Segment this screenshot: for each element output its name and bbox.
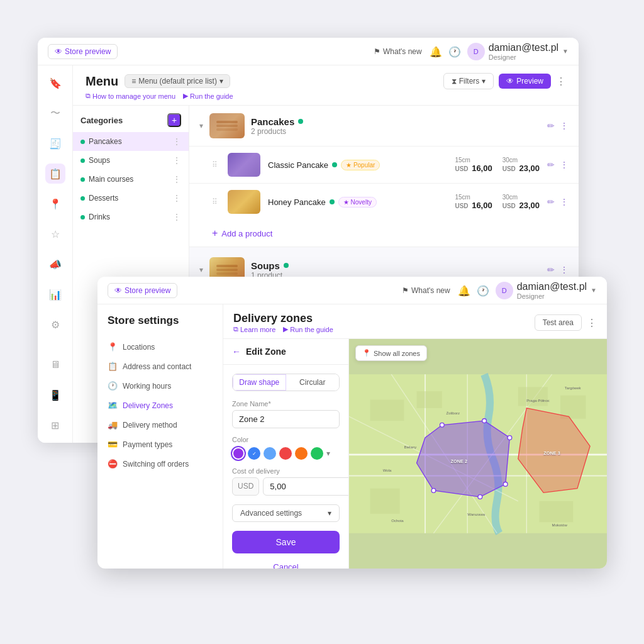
color-green[interactable] [311,447,323,460]
color-red[interactable] [279,447,292,460]
sidebar-icon-bookmark[interactable]: 🔖 [45,73,65,93]
guide-link[interactable]: ▶ Run the guide [183,92,233,100]
contact-icon: 📋 [108,362,118,371]
sidebar-icon-analytics[interactable]: 〜 [45,103,65,123]
edit-product-icon[interactable]: ✏ [547,197,555,207]
show-all-zones-button[interactable]: 📍 Show all zones [355,345,427,361]
sidebar-icon-star[interactable]: ☆ [45,224,65,244]
manage-link[interactable]: ⧉ How to manage your menu [86,92,175,100]
svg-point-18 [508,436,512,440]
color-purple[interactable] [232,447,245,460]
delivery-window: 👁 Store preview ⚑ What's new 🔔 🕐 D damia… [97,277,607,569]
save-button[interactable]: Save [232,531,340,553]
add-product-button[interactable]: + Add a product [189,220,579,247]
sidebar-icon-monitor[interactable]: 🖥 [45,355,65,375]
menu-title-row: Menu ≡ Menu (default price list) ▾ ⧗ Fil… [86,73,566,89]
drag-handle-icon[interactable]: ⠿ [212,197,218,206]
settings-item-payment[interactable]: 💳 Payment types [97,435,223,454]
zone-name-input[interactable] [232,410,340,428]
filters-button[interactable]: ⧗ Filters ▾ [443,73,494,89]
learn-more-link[interactable]: ⧉ Learn more [233,325,275,333]
sidebar-icon-chart[interactable]: 📊 [45,284,65,304]
settings-item-delivery-method[interactable]: 🚚 Delivery method [97,415,223,435]
svg-rect-12 [560,396,586,419]
categories-header: Categories + [73,113,189,132]
store-preview-button[interactable]: 👁 Store preview [48,44,118,59]
delivery-links: ⧉ Learn more ▶ Run the guide [233,325,333,333]
category-item-drinks[interactable]: Drinks ⋮ [73,208,189,226]
star-icon: ★ [346,162,352,169]
edit-product-icon[interactable]: ✏ [547,160,555,170]
category-item-pancakes[interactable]: Pancakes ⋮ [73,132,189,151]
test-area-button[interactable]: Test area [535,314,582,331]
sidebar-icon-settings[interactable]: ⚙ [45,314,65,335]
color-blue-light[interactable]: ✓ [248,447,260,460]
sidebar-icon-menu[interactable]: 📋 [45,164,65,184]
svg-rect-11 [518,387,548,406]
sidebar-icon-tablet[interactable]: 📱 [45,385,65,405]
more-icon[interactable]: ⋮ [172,136,181,147]
product-actions: ✏ ⋮ [547,160,569,170]
collapse-icon[interactable]: ▾ [199,265,203,274]
more-options-icon[interactable]: ⋮ [560,121,569,131]
more-options-icon[interactable]: ⋮ [587,317,597,329]
more-product-icon[interactable]: ⋮ [560,197,569,207]
edit-icon[interactable]: ✏ [547,265,555,275]
draw-shape-button[interactable]: Draw shape [233,374,286,391]
more-icon[interactable]: ⋮ [172,155,181,165]
more-icon[interactable]: ⋮ [172,212,181,222]
sidebar-icon-receipt[interactable]: 🧾 [45,133,65,153]
category-item-maincourses[interactable]: Main courses ⋮ [73,170,189,189]
category-item-desserts[interactable]: Desserts ⋮ [73,189,189,208]
clock-icon[interactable]: 🕐 [448,46,460,57]
cancel-button[interactable]: Cancel [232,558,340,569]
user-info[interactable]: D damian@test.pl Designer ▼ [467,42,569,61]
clock-icon-2[interactable]: 🕐 [477,285,488,296]
edit-zone-body: Draw shape Circular Zone Name* Color ✓ [223,365,348,569]
drag-handle-icon[interactable]: ⠿ [212,160,218,169]
settings-item-address[interactable]: 📋 Address and contact [97,357,223,376]
settings-item-hours[interactable]: 🕐 Working hours [97,376,223,396]
color-orange[interactable] [295,447,308,460]
svg-text:Ochota: Ochota [391,519,404,523]
collapse-icon[interactable]: ▾ [199,121,203,130]
store-preview-button-2[interactable]: 👁 Store preview [108,283,177,298]
nav-right: ⚑ What's new 🔔 🕐 D damian@test.pl Design… [374,42,569,61]
bell-icon-2[interactable]: 🔔 [458,285,469,296]
bell-icon[interactable]: 🔔 [430,46,441,57]
more-options-icon[interactable]: ⋮ [560,265,569,275]
more-icon[interactable]: ⋮ [172,193,181,203]
chevron-icon: ▾ [328,509,331,518]
sidebar-icon-megaphone[interactable]: 📣 [45,254,65,274]
svg-point-17 [482,419,487,423]
user-info-2[interactable]: D damian@test.pl Designer ▼ [496,281,597,300]
more-product-icon[interactable]: ⋮ [560,160,569,170]
sidebar-icon-grid[interactable]: ⊞ [45,415,65,435]
settings-item-locations[interactable]: 📍 Locations [97,337,223,357]
settings-item-switch-off[interactable]: ⛔ Switching off orders [97,454,223,474]
map-area[interactable]: ZONE 2 ZONE 3 Żoliborz Bielany Praga-Pół… [349,339,607,569]
product-item-classic-pancake: ⠿ Classic Pancake ★ Popular [189,146,579,183]
back-button[interactable]: ← [232,347,241,357]
preview-button[interactable]: 👁 Preview [499,74,551,89]
add-category-button[interactable]: + [167,113,181,127]
page-title: Menu [86,74,118,89]
category-item-soups[interactable]: Soups ⋮ [73,151,189,170]
whats-new-link-2[interactable]: ⚑ What's new [402,286,450,295]
star-icon: ★ [343,199,349,206]
settings-item-delivery-zones[interactable]: 🗺️ Delivery Zones [97,396,223,415]
user-role-2: Designer [517,292,587,300]
price-list-dropdown[interactable]: ≡ Menu (default price list) ▾ [125,74,230,88]
more-options-icon[interactable]: ⋮ [556,75,566,87]
sidebar-icon-location[interactable]: 📍 [45,194,65,214]
eye-icon: 👁 [506,77,514,86]
cost-input[interactable] [263,477,349,496]
edit-icon[interactable]: ✏ [547,121,555,131]
advanced-settings-button[interactable]: Advanced settings ▾ [232,504,340,522]
color-blue[interactable] [264,447,276,460]
whats-new-link[interactable]: ⚑ What's new [374,47,422,56]
run-guide-link[interactable]: ▶ Run the guide [283,325,333,333]
more-colors-button[interactable]: ▾ [326,449,330,458]
circular-button[interactable]: Circular [286,374,340,391]
more-icon[interactable]: ⋮ [172,174,181,184]
